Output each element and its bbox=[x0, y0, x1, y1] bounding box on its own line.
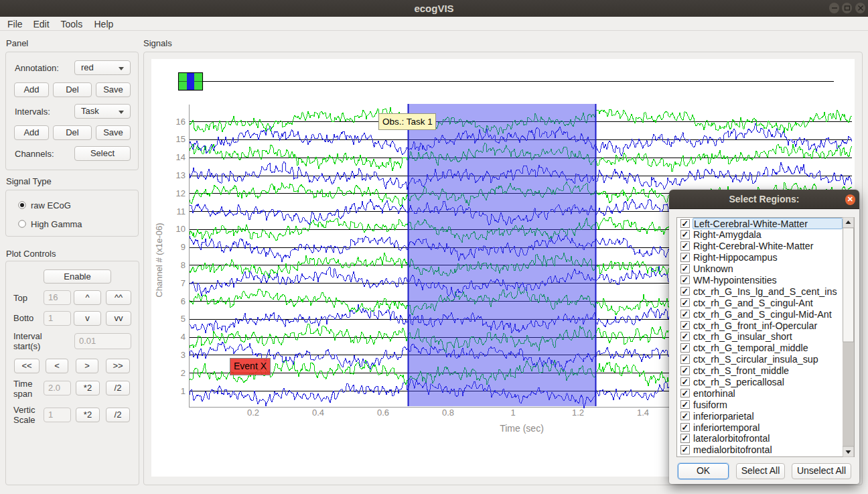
svg-text:0.2: 0.2 bbox=[247, 408, 259, 418]
svg-text:Time (sec): Time (sec) bbox=[500, 423, 544, 434]
svg-text:1.4: 1.4 bbox=[637, 408, 649, 418]
svg-text:1: 1 bbox=[181, 386, 186, 396]
svg-text:1.2: 1.2 bbox=[572, 408, 584, 418]
svg-text:12: 12 bbox=[176, 188, 186, 198]
svg-text:0.8: 0.8 bbox=[442, 408, 454, 418]
svg-text:13: 13 bbox=[176, 170, 186, 180]
svg-text:2: 2 bbox=[181, 368, 186, 378]
svg-text:5: 5 bbox=[181, 314, 186, 324]
svg-text:Channel # (x1e-06): Channel # (x1e-06) bbox=[154, 223, 164, 297]
svg-text:16: 16 bbox=[176, 117, 186, 127]
svg-text:7: 7 bbox=[181, 278, 186, 288]
svg-text:0.4: 0.4 bbox=[312, 408, 324, 418]
svg-text:0.6: 0.6 bbox=[377, 408, 389, 418]
svg-text:4: 4 bbox=[181, 332, 186, 342]
svg-text:15: 15 bbox=[176, 134, 186, 144]
svg-text:1: 1 bbox=[510, 408, 515, 418]
svg-text:11: 11 bbox=[177, 206, 186, 217]
svg-text:14: 14 bbox=[176, 152, 186, 162]
svg-text:8: 8 bbox=[181, 260, 186, 270]
svg-text:3: 3 bbox=[181, 350, 186, 360]
svg-text:10: 10 bbox=[176, 224, 186, 234]
svg-text:9: 9 bbox=[181, 242, 186, 252]
svg-text:6: 6 bbox=[181, 296, 186, 306]
